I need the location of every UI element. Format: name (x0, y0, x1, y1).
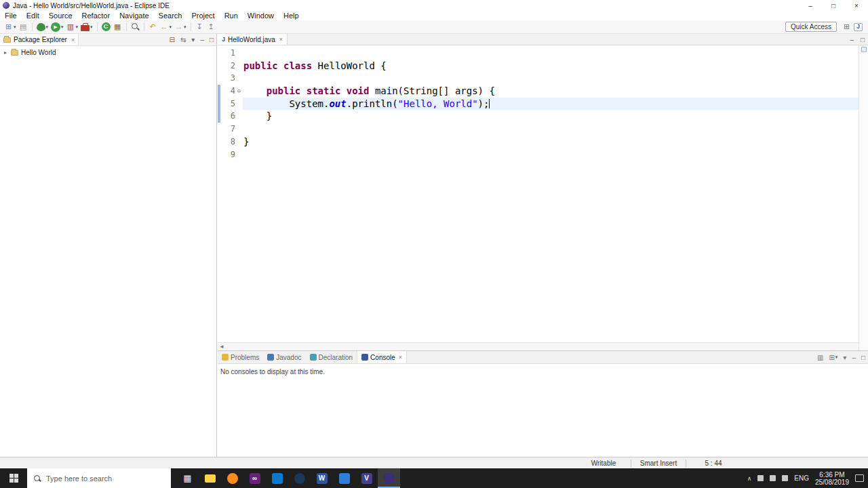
overview-ruler[interactable] (859, 45, 868, 350)
minimize-view-icon[interactable]: – (849, 354, 859, 361)
next-annotation-icon[interactable]: ↧ (195, 22, 204, 32)
code-token[interactable]: } (243, 136, 249, 147)
new-java-package-icon[interactable]: ▦ (112, 21, 123, 33)
code-content[interactable]: public static void main(String[] args) { (243, 85, 859, 98)
close-tab-icon[interactable]: × (278, 36, 283, 43)
code-token[interactable]: out (329, 98, 346, 109)
new-icon[interactable]: ⊞ (4, 22, 13, 32)
visual-studio-icon[interactable]: ∞ (243, 468, 266, 488)
code-line-3[interactable]: 3 (218, 72, 859, 85)
code-content[interactable] (243, 123, 859, 136)
menu-item-help[interactable]: Help (279, 12, 304, 20)
new-java-package-icon[interactable]: ▦ (113, 22, 122, 32)
hidden-icons-chevron-icon[interactable]: ∧ (747, 475, 752, 482)
chevron-down-icon[interactable]: ▾ (61, 24, 64, 30)
code-line-5[interactable]: 5 System.out.println("Hello, World"); (218, 98, 859, 110)
forward-icon[interactable]: → (174, 22, 183, 32)
close-view-icon[interactable]: × (397, 354, 402, 361)
tree-expander-icon[interactable]: ▸ (3, 49, 8, 56)
menu-item-search[interactable]: Search (154, 12, 187, 20)
line-number[interactable]: 8 (220, 136, 235, 148)
new-java-class-icon[interactable]: C (100, 21, 112, 33)
code-line-9[interactable]: 9 (218, 148, 859, 161)
code-content[interactable] (243, 148, 859, 161)
java-perspective-icon[interactable]: J (852, 21, 864, 33)
menu-item-file[interactable]: File (0, 12, 22, 20)
run-icon[interactable]: ▶ (51, 22, 60, 32)
code-token[interactable] (278, 60, 283, 71)
menu-item-project[interactable]: Project (186, 12, 219, 20)
close-button[interactable]: × (845, 0, 868, 11)
next-annotation-icon[interactable]: ↧ (194, 21, 205, 33)
maximize-view-icon[interactable]: □ (207, 36, 216, 43)
link-with-editor-icon[interactable]: ⇆ (178, 36, 189, 43)
code-token[interactable]: HelloWorld { (312, 60, 387, 71)
last-edit-location-icon[interactable]: ↶ (147, 21, 159, 33)
code-line-4[interactable]: 4⊖ public static void main(String[] args… (218, 85, 859, 98)
chevron-down-icon[interactable]: ▾ (14, 24, 16, 30)
code-token[interactable]: static (307, 85, 341, 96)
coverage-icon[interactable]: ▥▾ (65, 21, 80, 33)
tab-javadoc[interactable]: Javadoc (263, 351, 305, 363)
notification-center-icon[interactable] (855, 474, 864, 482)
run-icon[interactable]: ▶▾ (50, 21, 65, 33)
code-token[interactable] (340, 85, 346, 96)
coverage-icon[interactable]: ▥ (66, 22, 75, 32)
scroll-left-icon[interactable]: ◄ (219, 344, 224, 350)
menu-item-run[interactable]: Run (220, 12, 243, 20)
v-app-icon[interactable]: V (355, 468, 378, 488)
code-token[interactable]: public (243, 60, 278, 71)
code-content[interactable] (243, 47, 859, 60)
app-icon-dark[interactable] (288, 468, 311, 488)
code-token[interactable]: public (267, 85, 301, 96)
vscode-icon[interactable] (266, 468, 288, 488)
search-icon[interactable] (131, 22, 140, 31)
save-icon[interactable]: ▤ (18, 21, 29, 33)
editor-horizontal-scrollbar[interactable]: ◄ (218, 342, 859, 350)
menu-item-refactor[interactable]: Refactor (77, 12, 115, 20)
code-token[interactable]: class (283, 60, 312, 71)
line-number[interactable]: 9 (220, 148, 235, 161)
code-token[interactable]: .println( (347, 98, 398, 109)
code-line-7[interactable]: 7 (218, 123, 859, 136)
tab-problems[interactable]: Problems (218, 351, 263, 363)
open-console-icon[interactable]: ⊞▾ (826, 354, 840, 361)
menu-item-navigate[interactable]: Navigate (115, 12, 153, 20)
forward-icon[interactable]: →▾ (173, 21, 188, 33)
line-number[interactable]: 5 (220, 98, 235, 110)
minimize-view-icon[interactable]: – (846, 36, 857, 43)
firefox-icon[interactable] (221, 468, 243, 488)
code-line-1[interactable]: 1 (218, 47, 859, 60)
line-number[interactable]: 7 (220, 123, 235, 136)
tab-declaration[interactable]: Declaration (306, 351, 357, 363)
chevron-down-icon[interactable]: ▾ (184, 24, 186, 30)
tab-console[interactable]: Console× (357, 351, 407, 363)
app-icon-blue[interactable] (333, 468, 355, 488)
close-view-icon[interactable]: × (70, 37, 75, 43)
file-explorer-icon[interactable] (199, 468, 221, 488)
task-view-icon[interactable]: ▦ (176, 468, 199, 488)
collapse-all-icon[interactable]: ⊟ (167, 36, 178, 43)
chevron-down-icon[interactable]: ▾ (170, 24, 172, 30)
code-token[interactable] (300, 85, 306, 96)
fold-marker-icon[interactable]: ⊖ (235, 85, 243, 98)
last-edit-location-icon[interactable]: ↶ (149, 22, 157, 32)
taskbar-search-input[interactable]: Type here to search (27, 468, 171, 488)
code-token[interactable]: "Hello, World" (398, 98, 478, 109)
view-menu-icon[interactable]: ▾ (189, 36, 197, 43)
menu-item-edit[interactable]: Edit (22, 12, 44, 20)
save-icon[interactable]: ▤ (19, 22, 28, 32)
java-perspective-icon[interactable]: J (854, 23, 863, 31)
chevron-down-icon[interactable]: ▾ (76, 24, 79, 30)
line-number[interactable]: 3 (220, 72, 235, 85)
external-tools-icon[interactable]: ▾ (79, 21, 94, 33)
back-icon[interactable]: ← (160, 22, 169, 32)
new-icon[interactable]: ⊞▾ (3, 21, 18, 33)
clock[interactable]: 6:36 PM 25/08/2019 (815, 471, 849, 486)
tray-icon-1[interactable] (757, 475, 764, 481)
code-token[interactable]: System. (243, 98, 329, 109)
code-content[interactable]: public class HelloWorld { (243, 60, 859, 73)
view-menu-icon[interactable]: ▾ (840, 354, 849, 361)
new-java-class-icon[interactable]: C (102, 22, 111, 31)
code-token[interactable]: } (243, 110, 272, 121)
